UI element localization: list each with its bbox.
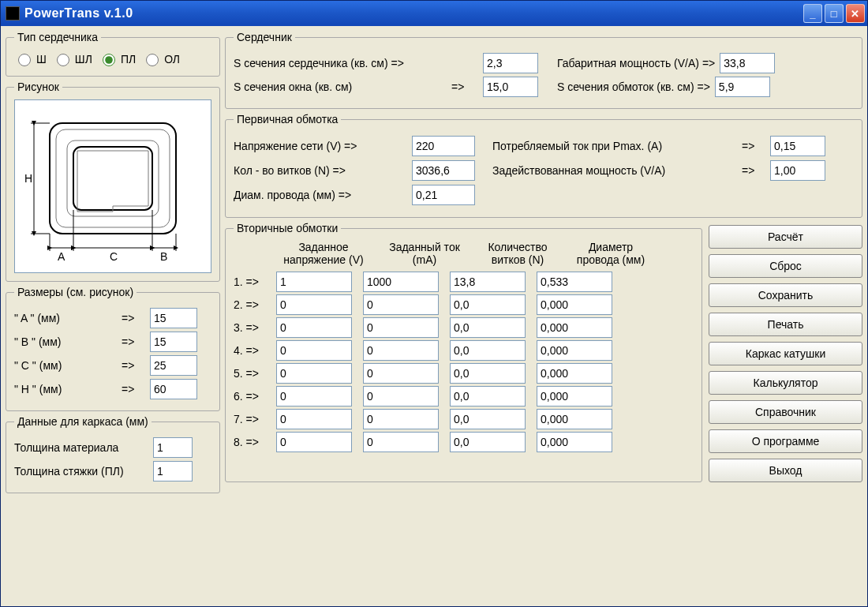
secondary-turns-input[interactable]: [450, 340, 526, 361]
pri-voltage-label: Напряжение сети (V) =>: [234, 140, 407, 152]
pri-pused-label: Задействованная мощность (V/A): [492, 164, 737, 177]
core-type-legend: Тип сердечника: [14, 31, 101, 43]
secondary-voltage-input[interactable]: [276, 340, 352, 361]
save-button[interactable]: Сохранить: [709, 283, 862, 307]
reset-button[interactable]: Сброс: [709, 254, 862, 278]
print-button[interactable]: Печать: [709, 313, 862, 336]
pri-pused-arrow: =>: [742, 164, 765, 177]
secondary-voltage-input[interactable]: [276, 363, 352, 384]
exit-button[interactable]: Выход: [709, 459, 862, 482]
secondary-dia-input[interactable]: [537, 386, 612, 407]
secondary-row: 7. =>: [234, 409, 694, 429]
secondary-current-input[interactable]: [363, 386, 439, 407]
radio-ol-input[interactable]: [146, 54, 159, 66]
pri-wire-label: Диам. провода (мм) =>: [234, 189, 407, 201]
pri-pused-input[interactable]: [770, 160, 825, 181]
secondary-turns-input[interactable]: [450, 294, 526, 315]
dim-c-label: " C " (мм): [14, 359, 117, 372]
pri-imax-input[interactable]: [770, 136, 825, 156]
about-button[interactable]: О программе: [709, 429, 862, 453]
secondary-voltage-input[interactable]: [276, 432, 352, 452]
secondary-turns-input[interactable]: [450, 317, 526, 338]
secondary-current-input[interactable]: [363, 363, 439, 384]
secondary-dia-input[interactable]: [537, 340, 612, 361]
maximize-button[interactable]: □: [825, 4, 844, 23]
s-window-arrow: =>: [451, 81, 478, 93]
radio-pl-input[interactable]: [103, 54, 115, 66]
s-core-input[interactable]: [483, 53, 538, 73]
secondary-current-input[interactable]: [363, 294, 439, 315]
secondary-current-input[interactable]: [363, 409, 439, 429]
app-icon: [6, 6, 20, 21]
window-title: PowerTrans v.1.0: [24, 6, 133, 21]
s-window-input[interactable]: [483, 77, 538, 97]
thickness-tie-input[interactable]: [153, 461, 193, 481]
radio-pl[interactable]: ПЛ: [99, 51, 136, 66]
secondary-turns-input[interactable]: [450, 272, 526, 292]
calc-button[interactable]: Расчёт: [709, 225, 862, 249]
radio-shl-label: ШЛ: [75, 53, 92, 66]
close-button[interactable]: ✕: [846, 4, 865, 23]
radio-sh[interactable]: Ш: [14, 51, 47, 66]
secondary-voltage-input[interactable]: [276, 317, 352, 338]
reference-button[interactable]: Справочник: [709, 400, 862, 424]
s-core-label: S сечения сердечника (кв. см) =>: [234, 57, 478, 69]
secondary-turns-input[interactable]: [450, 386, 526, 407]
pri-wire-input[interactable]: [412, 185, 475, 205]
s-wind-input[interactable]: [715, 77, 770, 97]
secondary-dia-input[interactable]: [537, 409, 612, 429]
s-wind-label: S сечения обмоток (кв. см) =>: [557, 81, 710, 93]
secondary-row: 6. =>: [234, 386, 694, 407]
secondary-dia-input[interactable]: [537, 363, 612, 384]
secondary-turns-input[interactable]: [450, 363, 526, 384]
secondary-row-index: 1. =>: [234, 275, 268, 288]
dim-h-input[interactable]: [150, 379, 197, 399]
g-power-input[interactable]: [720, 53, 775, 73]
core-group: Сердечник S сечения сердечника (кв. см) …: [225, 31, 862, 109]
secondary-voltage-input[interactable]: [276, 294, 352, 315]
secondary-turns-input[interactable]: [450, 409, 526, 429]
secondary-voltage-input[interactable]: [276, 386, 352, 407]
secondary-dia-input[interactable]: [537, 317, 612, 338]
secondary-current-input[interactable]: [363, 272, 439, 292]
secondary-row: 4. =>: [234, 340, 694, 361]
coil-frame-button[interactable]: Каркас катушки: [709, 342, 862, 365]
primary-group: Первичная обмотка Напряжение сети (V) =>…: [225, 113, 862, 218]
radio-sh-label: Ш: [36, 53, 47, 66]
dim-a-label: " A " (мм): [14, 312, 117, 324]
secondary-dia-input[interactable]: [537, 432, 612, 452]
pri-voltage-input[interactable]: [412, 136, 475, 156]
thickness-mat-input[interactable]: [153, 437, 193, 458]
secondary-current-input[interactable]: [363, 317, 439, 338]
g-power-label: Габаритная мощность (V/A) =>: [557, 57, 715, 69]
minimize-button[interactable]: _: [803, 4, 822, 23]
secondary-row-index: 5. =>: [234, 367, 268, 380]
secondary-row-index: 6. =>: [234, 390, 268, 403]
secondary-turns-input[interactable]: [450, 432, 526, 452]
radio-shl[interactable]: ШЛ: [53, 51, 92, 66]
core-svg: H A C B: [18, 107, 208, 265]
secondary-dia-input[interactable]: [537, 294, 612, 315]
secondary-current-input[interactable]: [363, 340, 439, 361]
radio-ol[interactable]: ОЛ: [142, 51, 180, 66]
drawing-legend: Рисунок: [14, 81, 62, 93]
secondary-row-index: 3. =>: [234, 321, 268, 334]
secondary-voltage-input[interactable]: [276, 272, 352, 292]
radio-sh-input[interactable]: [18, 54, 31, 66]
secondary-dia-input[interactable]: [537, 272, 612, 292]
secondary-voltage-input[interactable]: [276, 409, 352, 429]
label-h: H: [24, 172, 32, 185]
secondary-row: 1. =>: [234, 272, 694, 292]
dimensions-legend: Размеры (см. рисунок): [14, 286, 137, 298]
radio-shl-input[interactable]: [57, 54, 69, 66]
dim-a-input[interactable]: [150, 308, 197, 328]
pri-turns-input[interactable]: [412, 160, 475, 181]
frame-legend: Данные для каркаса (мм): [14, 415, 152, 428]
dim-c-input[interactable]: [150, 355, 197, 376]
calculator-button[interactable]: Калькулятор: [709, 371, 862, 395]
secondary-row-index: 2. =>: [234, 298, 268, 311]
dim-b-input[interactable]: [150, 332, 197, 352]
secondary-current-input[interactable]: [363, 432, 439, 452]
label-c: C: [110, 250, 118, 263]
dim-h-label: " H " (мм): [14, 383, 117, 395]
